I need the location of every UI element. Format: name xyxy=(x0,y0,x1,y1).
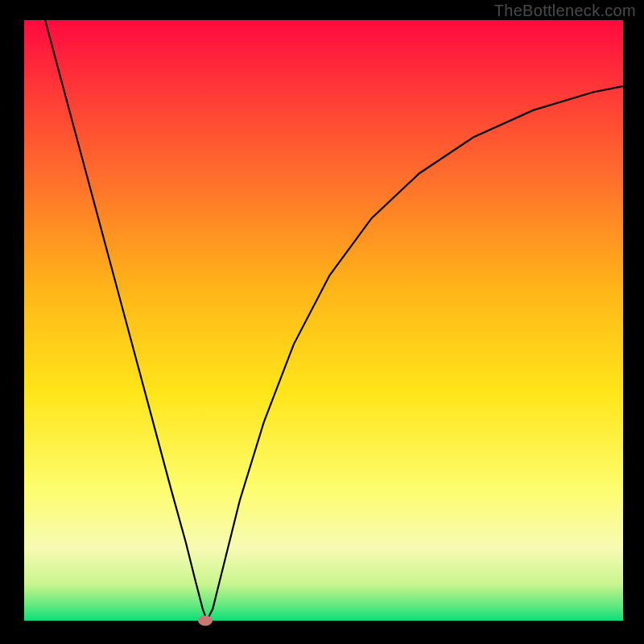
plot-area xyxy=(24,20,623,621)
optimal-point-marker xyxy=(198,616,213,626)
bottleneck-curve xyxy=(24,20,623,621)
bottleneck-chart: TheBottleneck.com xyxy=(0,0,644,644)
watermark-text: TheBottleneck.com xyxy=(494,2,636,20)
